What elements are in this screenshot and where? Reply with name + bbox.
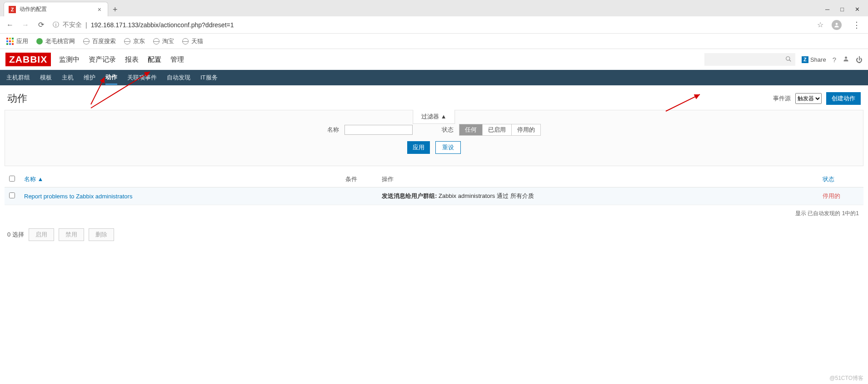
filter-toggle[interactable]: 过滤器 ▲ <box>413 110 455 124</box>
forward-button[interactable]: → <box>20 21 31 29</box>
svg-line-2 <box>789 60 791 62</box>
svg-point-1 <box>786 57 790 60</box>
top-nav: 监测中 资产记录 报表 配置 管理 <box>59 55 184 64</box>
bulk-actions: 0 选择 启用 禁用 删除 <box>0 222 868 247</box>
svg-point-0 <box>836 23 838 25</box>
col-operations: 操作 <box>377 172 818 187</box>
table-row: Report problems to Zabbix administrators… <box>5 187 863 205</box>
col-conditions: 条件 <box>341 172 377 187</box>
filter-status-label: 状态 <box>442 126 454 134</box>
search-wrap <box>704 53 795 66</box>
browser-titlebar: Z 动作的配置 × + ─ □ ✕ <box>0 0 868 16</box>
search-input[interactable] <box>704 53 795 66</box>
nav-inventory[interactable]: 资产记录 <box>89 55 116 64</box>
browser-menu-icon[interactable]: ⋮ <box>850 20 863 30</box>
browser-toolbar: ← → ⟳ ⓘ 不安全 | 192.168.171.133/zabbix/act… <box>0 16 868 34</box>
zabbix-logo[interactable]: ZABBIX <box>5 53 51 66</box>
nav-admin[interactable]: 管理 <box>170 55 184 64</box>
bookmark-item[interactable]: 百度搜索 <box>83 37 116 45</box>
status-disabled-button[interactable]: 停用的 <box>511 124 540 135</box>
page-header: 动作 事件源 触发器 创建动作 <box>0 85 868 110</box>
bookmark-star-icon[interactable]: ☆ <box>817 20 823 29</box>
window-controls: ─ □ ✕ <box>825 6 868 16</box>
filter-panel: 过滤器 ▲ 名称 状态 任何 已启用 停用的 应用 重设 <box>5 110 863 166</box>
browser-tab[interactable]: Z 动作的配置 × <box>4 2 108 16</box>
event-source-label: 事件源 <box>773 94 791 103</box>
col-name[interactable]: 名称 ▲ <box>20 172 341 187</box>
bookmark-item[interactable]: 京东 <box>124 37 145 45</box>
subnav-correlation[interactable]: 关联项事件 <box>127 74 157 82</box>
new-tab-button[interactable]: + <box>108 3 122 16</box>
bookmark-bar: 应用 老毛桃官网 百度搜索 京东 淘宝 天猫 <box>0 34 868 49</box>
col-status[interactable]: 状态 <box>818 172 863 187</box>
window-maximize-icon[interactable]: □ <box>840 6 844 13</box>
create-action-button[interactable]: 创建动作 <box>826 92 861 105</box>
window-minimize-icon[interactable]: ─ <box>825 6 829 13</box>
tab-title: 动作的配置 <box>20 5 96 13</box>
info-icon: ⓘ <box>53 21 59 29</box>
sub-nav: 主机群组 模板 主机 维护 动作 关联项事件 自动发现 IT服务 <box>0 70 868 85</box>
bulk-enable-button[interactable]: 启用 <box>29 228 54 241</box>
nav-monitor[interactable]: 监测中 <box>59 55 80 64</box>
subnav-hostgroups[interactable]: 主机群组 <box>6 74 30 82</box>
subnav-actions[interactable]: 动作 <box>105 73 117 85</box>
filter-name-label: 名称 <box>327 126 339 134</box>
subnav-discovery[interactable]: 自动发现 <box>167 74 190 82</box>
zabbix-header: ZABBIX 监测中 资产记录 报表 配置 管理 Z Share ? ⏻ <box>0 49 868 70</box>
subnav-templates[interactable]: 模板 <box>40 74 52 82</box>
row-conditions <box>341 187 377 205</box>
table-footer: 显示 已自动发现的 1中的1 <box>0 205 868 222</box>
select-all-checkbox[interactable] <box>9 176 15 182</box>
bulk-delete-button[interactable]: 删除 <box>89 228 114 241</box>
share-link[interactable]: Z Share <box>802 56 826 63</box>
insecure-label: 不安全 <box>63 21 82 29</box>
row-checkbox[interactable] <box>9 192 15 198</box>
bookmark-item[interactable]: 天猫 <box>182 37 203 45</box>
globe-icon <box>153 38 160 44</box>
bulk-disable-button[interactable]: 禁用 <box>59 228 84 241</box>
bookmark-item[interactable]: 老毛桃官网 <box>36 37 75 45</box>
apps-label: 应用 <box>16 37 28 45</box>
help-icon[interactable]: ? <box>833 56 836 64</box>
subnav-maintenance[interactable]: 维护 <box>84 74 95 82</box>
subnav-itservices[interactable]: IT服务 <box>200 74 218 82</box>
globe-icon <box>124 38 130 44</box>
svg-point-3 <box>845 57 847 59</box>
status-any-button[interactable]: 任何 <box>459 124 482 135</box>
user-icon[interactable] <box>843 55 849 64</box>
logout-icon[interactable]: ⏻ <box>856 56 863 64</box>
tab-favicon: Z <box>9 6 16 13</box>
back-button[interactable]: ← <box>5 21 15 29</box>
row-operations: 发送消息给用户群组: Zabbix administrators 通过 所有介质 <box>377 187 818 205</box>
address-bar[interactable]: ⓘ 不安全 | 192.168.171.133/zabbix/actioncon… <box>51 21 813 29</box>
share-icon: Z <box>802 56 808 63</box>
search-icon[interactable] <box>785 56 792 64</box>
filter-name-input[interactable] <box>344 125 413 135</box>
selected-count: 0 选择 <box>7 231 24 239</box>
globe-icon <box>83 38 90 44</box>
reset-filter-button[interactable]: 重设 <box>435 141 461 154</box>
subnav-hosts[interactable]: 主机 <box>62 74 74 82</box>
apps-shortcut[interactable]: 应用 <box>6 37 28 45</box>
event-source-select[interactable]: 触发器 <box>795 93 822 104</box>
nav-config[interactable]: 配置 <box>148 55 161 64</box>
window-close-icon[interactable]: ✕ <box>855 6 860 13</box>
apps-grid-icon <box>6 38 14 45</box>
account-avatar-icon[interactable] <box>832 20 842 30</box>
nav-reports[interactable]: 报表 <box>125 55 139 64</box>
row-status-link[interactable]: 停用的 <box>823 192 840 199</box>
actions-table: 名称 ▲ 条件 操作 状态 Report problems to Zabbix … <box>5 172 863 205</box>
url-text: 192.168.171.133/zabbix/actionconf.php?dd… <box>91 21 234 29</box>
action-name-link[interactable]: Report problems to Zabbix administrators <box>24 193 132 200</box>
status-enabled-button[interactable]: 已启用 <box>482 124 511 135</box>
tab-close-icon[interactable]: × <box>96 6 103 13</box>
bookmark-item[interactable]: 淘宝 <box>153 37 174 45</box>
reload-button[interactable]: ⟳ <box>35 20 46 29</box>
status-button-group: 任何 已启用 停用的 <box>459 124 541 136</box>
page-title: 动作 <box>7 92 27 105</box>
apply-filter-button[interactable]: 应用 <box>407 141 430 154</box>
site-icon <box>36 38 43 44</box>
globe-icon <box>182 38 189 44</box>
